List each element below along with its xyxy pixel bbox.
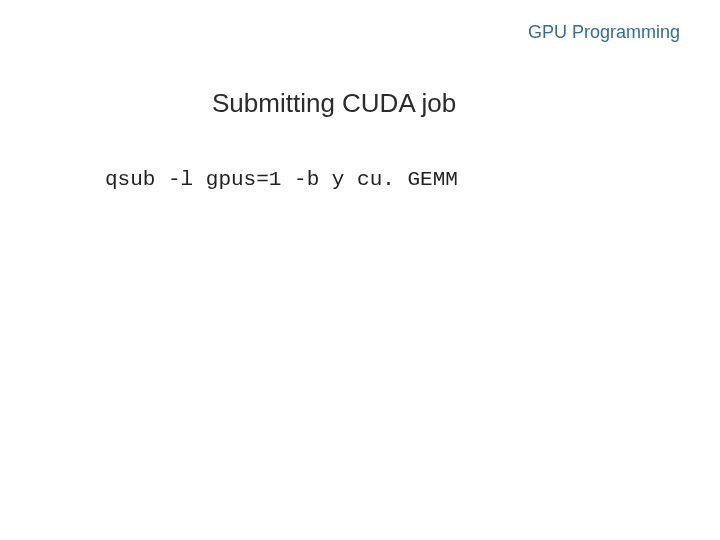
header-label: GPU Programming — [528, 22, 680, 43]
code-command: qsub -l gpus=1 -b y cu. GEMM — [105, 168, 458, 191]
slide-title: Submitting CUDA job — [212, 88, 456, 119]
